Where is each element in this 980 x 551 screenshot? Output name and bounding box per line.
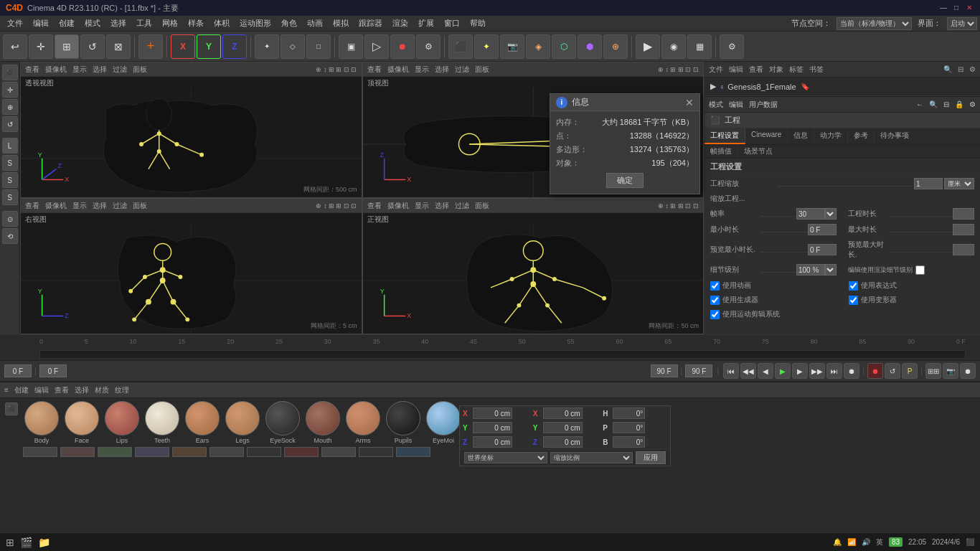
panel-gear-icon[interactable]: ⚙ bbox=[969, 100, 976, 108]
mat-edit[interactable]: 编辑 bbox=[34, 385, 49, 395]
mat-material[interactable]: 材质 bbox=[95, 385, 109, 395]
material-eyesock[interactable]: EyeSock bbox=[264, 401, 301, 444]
menu-volume[interactable]: 体积 bbox=[209, 17, 234, 30]
axis-x-btn[interactable]: X bbox=[171, 34, 195, 59]
edges-btn[interactable]: ◇ bbox=[281, 34, 305, 59]
vp2-filter[interactable]: 过滤 bbox=[455, 65, 469, 75]
points-btn[interactable]: ✦ bbox=[255, 34, 279, 59]
material-mouth[interactable]: Mouth bbox=[304, 401, 341, 444]
axis-y-btn[interactable]: Y bbox=[197, 34, 221, 59]
left-tool-9[interactable]: ⊙ bbox=[2, 211, 18, 227]
subtab-frame-interp[interactable]: 帧插值 bbox=[705, 145, 738, 158]
tab-info[interactable]: 信息 bbox=[788, 128, 814, 144]
next-btn[interactable]: ▶ bbox=[792, 363, 808, 379]
vp1-filter[interactable]: 过滤 bbox=[113, 65, 127, 75]
menu-file[interactable]: 文件 bbox=[3, 17, 27, 30]
interface-select[interactable]: 启动 bbox=[947, 17, 977, 30]
mat-thumb-6[interactable] bbox=[209, 447, 244, 457]
record-btn[interactable]: ⏺ bbox=[390, 34, 415, 59]
ps-maxt-input[interactable] bbox=[953, 224, 974, 235]
coord-p-input[interactable] bbox=[613, 422, 645, 433]
vp4-display[interactable]: 显示 bbox=[415, 201, 429, 211]
play-fwd-btn[interactable]: ▶ bbox=[775, 363, 791, 379]
left-tool-6[interactable]: S bbox=[2, 155, 18, 171]
menu-character[interactable]: 角色 bbox=[277, 17, 301, 30]
settings-btn[interactable]: ⚙ bbox=[416, 34, 440, 59]
next-frame-btn[interactable]: ▶▶ bbox=[809, 363, 825, 379]
capture-btn[interactable]: 📷 bbox=[943, 363, 958, 379]
render-region-btn[interactable]: ▣ bbox=[339, 34, 363, 59]
tab-project-settings[interactable]: 工程设置 bbox=[705, 128, 745, 144]
vp1-display[interactable]: 显示 bbox=[72, 65, 87, 75]
tab-dynamics[interactable]: 动力学 bbox=[814, 128, 848, 144]
vp4-filter[interactable]: 过滤 bbox=[455, 201, 469, 211]
tab-reference[interactable]: 参考 bbox=[848, 128, 875, 144]
cb-animation-input[interactable] bbox=[710, 281, 720, 291]
left-tool-7[interactable]: S bbox=[2, 172, 18, 188]
panel-back-icon[interactable]: ← bbox=[916, 100, 923, 108]
coord-world-select[interactable]: 世界坐标 bbox=[464, 452, 547, 463]
vp3-panel[interactable]: 面板 bbox=[133, 201, 147, 211]
ps-lod-input[interactable] bbox=[796, 264, 825, 276]
coord-y1-input[interactable] bbox=[473, 422, 512, 433]
rotate-btn[interactable]: ↺ bbox=[80, 34, 105, 59]
play-btn[interactable]: ▷ bbox=[364, 34, 389, 59]
rp-object[interactable]: 对象 bbox=[769, 65, 783, 75]
obj-deform-btn[interactable]: ◈ bbox=[526, 34, 550, 59]
vp1-camera[interactable]: 摄像机 bbox=[45, 65, 67, 75]
mat-thumb-5[interactable] bbox=[172, 447, 207, 457]
material-legs[interactable]: Legs bbox=[224, 401, 261, 444]
render-queue-btn[interactable]: ▦ bbox=[687, 34, 712, 59]
axis-z-btn[interactable]: Z bbox=[222, 34, 247, 59]
vp3-camera[interactable]: 摄像机 bbox=[45, 201, 67, 211]
subtab-scene-nodes[interactable]: 场景节点 bbox=[738, 145, 778, 158]
coord-x2-input[interactable] bbox=[543, 408, 583, 419]
coord-scale-select[interactable]: 缩放比例 bbox=[550, 452, 633, 463]
viewport-right[interactable]: 查看 摄像机 显示 选择 过滤 面板 ⊕ ↕ ⊞ ⊞ ⊡ ⊡ 右视图 www.C… bbox=[20, 198, 362, 334]
frame-start-input[interactable] bbox=[4, 364, 32, 377]
menu-animate[interactable]: 动画 bbox=[303, 17, 327, 30]
menu-mode[interactable]: 模式 bbox=[80, 17, 105, 30]
mat-select[interactable]: 选择 bbox=[75, 385, 89, 395]
material-arms[interactable]: Arms bbox=[344, 401, 382, 444]
vp4-camera[interactable]: 摄像机 bbox=[387, 201, 409, 211]
vp3-select[interactable]: 选择 bbox=[93, 201, 107, 211]
mat-tool-btn[interactable]: ⬛ bbox=[5, 402, 18, 415]
menu-extend[interactable]: 扩展 bbox=[414, 17, 438, 30]
keyframe-btn[interactable]: ⊞⊞ bbox=[925, 363, 941, 379]
menu-select[interactable]: 选择 bbox=[106, 17, 131, 30]
viewport-front[interactable]: 查看 摄像机 显示 选择 过滤 面板 ⊕ ↕ ⊞ ⊞ ⊡ ⊡ 正视图 www.C… bbox=[362, 198, 705, 334]
taskbar-explorer-icon[interactable]: 📁 bbox=[38, 537, 50, 548]
vp2-select[interactable]: 选择 bbox=[435, 65, 449, 75]
vp3-filter[interactable]: 过滤 bbox=[113, 201, 127, 211]
left-tool-8[interactable]: S bbox=[2, 189, 18, 205]
rp-view[interactable]: 查看 bbox=[749, 65, 763, 75]
record-btn2[interactable]: ⏺ bbox=[960, 363, 976, 379]
mat-thumb-4[interactable] bbox=[135, 447, 169, 457]
material-ears[interactable]: Ears bbox=[184, 401, 221, 444]
cb-deformer-input[interactable] bbox=[849, 296, 858, 305]
panel-edit[interactable]: 编辑 bbox=[729, 100, 743, 110]
menu-mesh[interactable]: 网格 bbox=[158, 17, 182, 30]
vp2-panel[interactable]: 面板 bbox=[475, 65, 489, 75]
material-teeth[interactable]: Teeth bbox=[143, 401, 181, 444]
menu-simulate[interactable]: 模拟 bbox=[329, 17, 353, 30]
obj-cam-btn[interactable]: 📷 bbox=[500, 34, 524, 59]
ps-fps-unit[interactable]: ▾ bbox=[825, 208, 837, 220]
prev-btn[interactable]: ◀ bbox=[758, 363, 773, 379]
menu-create[interactable]: 创建 bbox=[55, 17, 79, 30]
coord-b-input[interactable] bbox=[613, 436, 645, 448]
material-eyemoi[interactable]: EyeMoi bbox=[425, 401, 462, 444]
material-face[interactable]: Face bbox=[63, 401, 100, 444]
dialog-confirm-btn[interactable]: 确定 bbox=[606, 173, 644, 188]
vp4-panel[interactable]: 面板 bbox=[475, 201, 489, 211]
goto-end-btn[interactable]: ⏭ bbox=[826, 363, 842, 379]
timeline-track[interactable] bbox=[39, 350, 966, 359]
vp4-select[interactable]: 选择 bbox=[435, 201, 449, 211]
ps-pmin-input[interactable] bbox=[808, 244, 837, 255]
mat-thumb-2[interactable] bbox=[60, 447, 95, 457]
vp2-view[interactable]: 查看 bbox=[367, 65, 382, 75]
record-red-btn[interactable]: ⏺ bbox=[867, 363, 883, 379]
frame-end-input[interactable] bbox=[651, 364, 678, 377]
maximize-btn[interactable]: □ bbox=[951, 3, 961, 13]
